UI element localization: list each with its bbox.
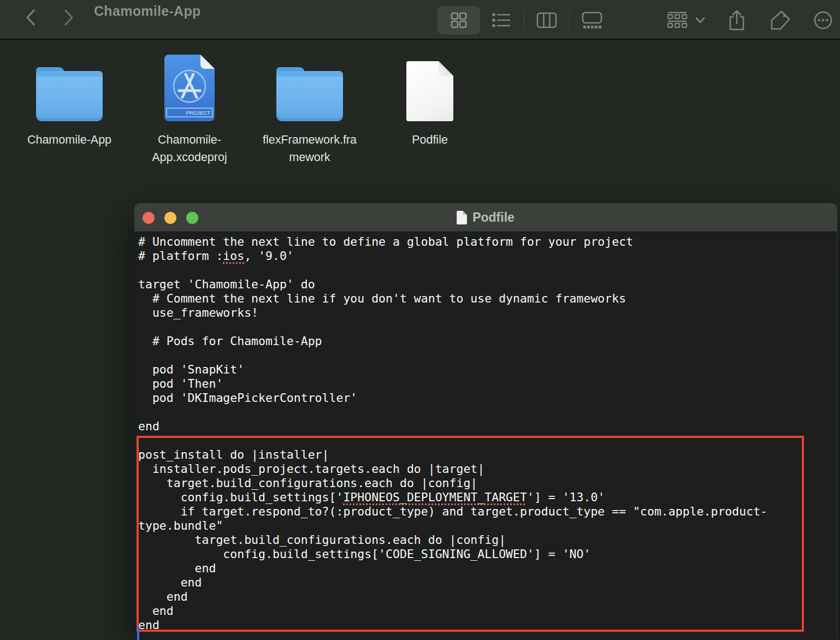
tag-button[interactable] xyxy=(767,0,794,40)
code-line xyxy=(138,348,837,363)
code-line: config.build_settings['IPHONEOS_DEPLOYME… xyxy=(138,490,837,505)
spellcheck-underline: IPHONEOS_DEPLOYMENT_TARGET xyxy=(343,490,527,504)
file-label: Chamomile-App xyxy=(27,131,111,149)
code-line: pod 'SnapKit' xyxy=(138,363,837,377)
file-label: Chamomile-App.xcodeproj xyxy=(142,131,238,166)
code-line: if target.respond_to?(:product_type) and… xyxy=(138,505,837,519)
code-line: end xyxy=(138,419,837,434)
folder-icon xyxy=(276,72,343,121)
chevron-right-icon xyxy=(63,8,75,27)
gallery-view-button[interactable] xyxy=(571,6,613,34)
code-line: target 'Chamomile-App' do xyxy=(138,277,837,292)
code-line: pod 'Then' xyxy=(138,377,837,391)
spellcheck-underline: ios xyxy=(223,249,244,263)
document-icon xyxy=(406,61,453,121)
xcode-project-badge: PROJECT xyxy=(186,110,211,116)
view-mode-group xyxy=(437,0,613,40)
chevron-down-icon xyxy=(695,16,706,24)
code-line: post_install do |installer| xyxy=(138,448,837,462)
list-view-icon xyxy=(492,11,511,29)
back-button[interactable] xyxy=(20,5,42,29)
code-line: installer.pods_project.targets.each do |… xyxy=(138,462,837,476)
code-line: target.build_configurations.each do |con… xyxy=(138,476,837,490)
finder-window-title: Chamomile-App xyxy=(94,3,201,19)
share-button[interactable] xyxy=(724,0,749,40)
podfile-editor-window: Podfile # Uncomment the next line to def… xyxy=(134,203,837,640)
code-line xyxy=(138,434,837,448)
code-line: end xyxy=(138,576,837,590)
grid-view-icon xyxy=(449,11,468,29)
folder-icon xyxy=(36,72,103,121)
file-label: Podfile xyxy=(412,131,448,149)
finder-toolbar: Chamomile-App xyxy=(0,0,840,40)
file-xcodeproj[interactable]: PROJECT Chamomile-App.xcodeproj xyxy=(129,55,250,172)
column-view-button[interactable] xyxy=(525,6,568,34)
code-line: use_frameworks! xyxy=(138,306,837,320)
code-line: target.build_configurations.each do |con… xyxy=(138,533,837,547)
code-line xyxy=(138,320,837,334)
code-line: # Uncomment the next line to define a gl… xyxy=(138,235,837,249)
column-view-icon xyxy=(536,12,557,28)
text-caret xyxy=(137,626,139,640)
group-by-chevron[interactable] xyxy=(693,0,708,40)
icon-view-button[interactable] xyxy=(437,6,480,34)
code-line: type.bundle" xyxy=(138,519,837,533)
file-chamomile-app-folder[interactable]: Chamomile-App xyxy=(9,55,129,172)
code-line: pod 'DKImagePickerController' xyxy=(138,391,837,405)
code-line: # Pods for Chamomile-App xyxy=(138,334,837,348)
tag-icon xyxy=(770,9,791,31)
file-podfile[interactable]: Podfile xyxy=(370,55,490,172)
xcode-project-icon: PROJECT xyxy=(164,55,215,121)
forward-button[interactable] xyxy=(58,5,80,29)
file-flexframework-folder[interactable]: flexFramework.framework xyxy=(250,55,370,172)
code-content[interactable]: # Uncomment the next line to define a gl… xyxy=(134,232,837,640)
editor-window-title: Podfile xyxy=(472,210,514,225)
code-line: end xyxy=(138,561,837,576)
gallery-view-icon xyxy=(581,11,603,29)
more-ellipsis-icon xyxy=(813,10,833,31)
code-line: config.build_settings['CODE_SIGNING_ALLO… xyxy=(138,547,837,561)
file-label: flexFramework.framework xyxy=(260,131,359,166)
group-by-button[interactable] xyxy=(663,0,691,40)
code-line: # platform :ios, '9.0' xyxy=(138,249,837,263)
chevron-left-icon xyxy=(25,8,37,27)
editor-titlebar[interactable]: Podfile xyxy=(134,203,837,232)
document-icon xyxy=(457,211,467,224)
code-line xyxy=(138,263,837,277)
code-line: end xyxy=(138,618,837,632)
group-by-icon xyxy=(667,11,688,29)
toolbar-separator xyxy=(569,11,570,29)
share-icon xyxy=(727,9,746,31)
code-line xyxy=(138,405,837,419)
code-line: end xyxy=(138,604,837,618)
code-line: end xyxy=(138,590,837,604)
toolbar-separator xyxy=(524,11,524,29)
more-button[interactable] xyxy=(811,0,836,40)
code-line: # Comment the next line if you don't wan… xyxy=(138,292,837,306)
list-view-button[interactable] xyxy=(480,6,523,34)
